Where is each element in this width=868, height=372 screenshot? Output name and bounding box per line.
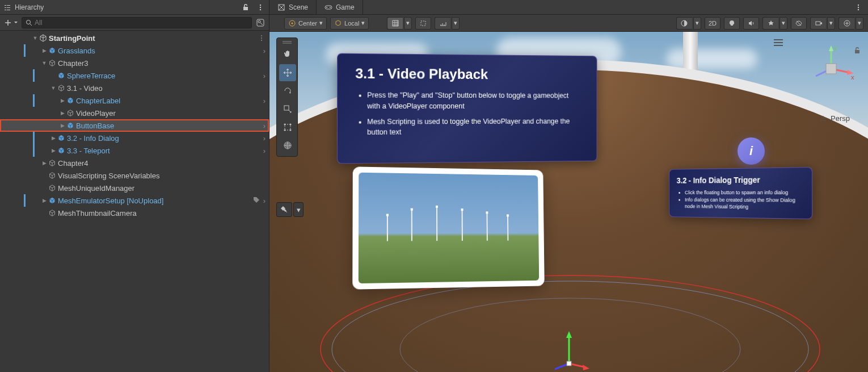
audio-toggle[interactable] <box>743 17 759 30</box>
custom-tool-dropdown[interactable]: ▾ <box>293 202 304 217</box>
tab-scene[interactable]: Scene <box>269 0 317 14</box>
panel-title: 3.2 - Info Dialog Trigger <box>677 175 804 185</box>
visibility-toggle[interactable] <box>791 17 807 30</box>
unity-scene-icon <box>39 34 48 43</box>
search-by-type-icon[interactable] <box>255 18 266 28</box>
expand-toggle[interactable]: ▶ <box>59 122 66 129</box>
prefab-icon <box>66 96 75 105</box>
svg-point-26 <box>284 124 286 126</box>
camera-button[interactable] <box>810 17 826 30</box>
expand-toggle[interactable]: ▶ <box>41 160 48 166</box>
svg-point-14 <box>858 6 859 7</box>
scale-tool[interactable] <box>279 101 296 118</box>
item-label: MeshThumbnailCamera <box>58 209 137 218</box>
svg-marker-41 <box>566 331 572 338</box>
chevron-right-icon[interactable]: › <box>263 47 266 55</box>
scene-viewport[interactable]: 3.1 - Video Playback Press the "Play" an… <box>269 32 868 372</box>
snap-settings-button[interactable] <box>435 17 450 30</box>
tab-game[interactable]: Game <box>317 0 363 14</box>
svg-point-13 <box>858 4 859 5</box>
svg-rect-39 <box>826 64 836 74</box>
prefab-icon <box>57 71 66 80</box>
scene-toolbar: Center ▾ Local ▾ ▾ ▾ ▾ 2D ▾ <box>269 15 868 32</box>
create-menu[interactable] <box>3 18 18 27</box>
pivot-toggle[interactable]: Center ▾ <box>284 17 327 30</box>
hierarchy-item-33teleport[interactable]: ▶ 3.3 - Teleport › <box>0 144 269 157</box>
svg-point-12 <box>330 7 331 8</box>
hierarchy-item-chapter4[interactable]: ▶ Chapter4 <box>0 157 269 169</box>
expand-toggle[interactable]: ▼ <box>41 60 48 66</box>
snap-settings-dropdown[interactable]: ▾ <box>452 17 460 30</box>
hierarchy-item-buttonbase[interactable]: ▶ ButtonBase › <box>0 119 269 132</box>
transform-tool[interactable] <box>279 137 296 154</box>
hierarchy-item-32infodialog[interactable]: ▶ 3.2 - Info Dialog › <box>0 132 269 144</box>
unlock-icon[interactable] <box>241 2 251 12</box>
chevron-right-icon[interactable]: › <box>263 147 266 155</box>
hierarchy-item-visualscripting[interactable]: ▶ VisualScripting SceneVariables <box>0 169 269 182</box>
hierarchy-item-meshuniqueid[interactable]: ▶ MeshUniqueIdManager <box>0 182 269 194</box>
hierarchy-item-31video[interactable]: ▼ 3.1 - Video <box>0 82 269 94</box>
search-input[interactable] <box>35 19 248 27</box>
draw-mode-dropdown[interactable]: ▾ <box>693 17 701 30</box>
hierarchy-item-sphereterrace[interactable]: ▶ SphereTerrace › <box>0 69 269 82</box>
move-tool[interactable] <box>279 64 296 81</box>
chevron-right-icon[interactable]: › <box>263 197 266 205</box>
hand-tool[interactable] <box>279 46 296 63</box>
prefab-icon <box>57 146 66 155</box>
expand-toggle[interactable]: ▼ <box>50 85 57 91</box>
gizmos-dropdown[interactable]: ▾ <box>856 17 863 30</box>
item-label: ChapterLabel <box>76 97 120 105</box>
kebab-menu-icon[interactable] <box>255 2 266 12</box>
scene-panel-info-dialog: 3.2 - Info Dialog Trigger Click the floa… <box>669 167 812 219</box>
rotate-tool[interactable] <box>279 82 296 99</box>
grid-snap-button[interactable] <box>387 17 403 30</box>
expand-toggle[interactable]: ▶ <box>41 47 48 54</box>
chevron-right-icon[interactable]: › <box>263 134 266 143</box>
item-label: VideoPlayer <box>76 109 116 118</box>
scene-row-startingpoint[interactable]: ▼ StartingPoint <box>0 32 269 44</box>
hierarchy-item-chapter3[interactable]: ▼ Chapter3 <box>0 57 269 69</box>
scene-info-button: i <box>738 137 765 165</box>
scene-tools <box>276 37 298 157</box>
move-gizmo[interactable] <box>546 327 592 372</box>
rect-tool[interactable] <box>279 119 296 136</box>
hierarchy-item-meshthumbnail[interactable]: ▶ MeshThumbnailCamera <box>0 207 269 219</box>
perspective-toggle[interactable]: Persp <box>819 114 850 123</box>
expand-toggle[interactable]: ▶ <box>41 197 48 204</box>
svg-point-1 <box>260 6 261 7</box>
expand-toggle[interactable]: ▶ <box>59 97 66 104</box>
expand-toggle[interactable]: ▼ <box>32 35 39 41</box>
expand-toggle[interactable]: ▶ <box>59 110 66 116</box>
chevron-right-icon[interactable]: › <box>263 122 266 130</box>
fx-toggle[interactable] <box>762 17 778 30</box>
camera-dropdown[interactable]: ▾ <box>827 17 835 30</box>
hierarchy-item-meshemulator[interactable]: ▶ MeshEmulatorSetup [NoUpload] › <box>0 194 269 207</box>
hierarchy-item-grasslands[interactable]: ▶ Grasslands › <box>0 44 269 57</box>
kebab-menu-icon[interactable] <box>258 34 266 42</box>
rotation-toggle[interactable]: Local ▾ <box>330 17 369 30</box>
hierarchy-icon <box>3 3 11 11</box>
panel-bullet: Mesh Scripting is used to toggle the Vid… <box>367 116 580 138</box>
orientation-gizmo[interactable]: y x <box>806 43 857 94</box>
kebab-menu-icon[interactable] <box>853 2 863 12</box>
expand-toggle[interactable]: ▶ <box>50 147 57 154</box>
expand-toggle[interactable]: ▶ <box>50 135 57 141</box>
chevron-right-icon[interactable]: › <box>263 97 266 105</box>
chevron-right-icon[interactable]: › <box>263 72 266 80</box>
lighting-toggle[interactable] <box>724 17 740 30</box>
hierarchy-item-chapterlabel[interactable]: ▶ ChapterLabel › <box>0 94 269 107</box>
gameobject-icon <box>66 108 75 118</box>
hierarchy-item-videoplayer[interactable]: ▶ VideoPlayer <box>0 107 269 119</box>
draw-mode-button[interactable] <box>676 17 692 30</box>
drag-handle-icon[interactable] <box>279 40 295 45</box>
grid-snap-dropdown[interactable]: ▾ <box>404 17 412 30</box>
toggle-2d-button[interactable]: 2D <box>705 17 720 30</box>
snap-increment-button[interactable] <box>415 17 431 30</box>
gizmo-lock-icon[interactable] <box>853 47 861 55</box>
item-label: SphereTerrace <box>67 72 115 80</box>
custom-tool-button[interactable] <box>276 202 292 217</box>
gizmos-button[interactable] <box>838 17 854 30</box>
fx-dropdown[interactable]: ▾ <box>779 17 787 30</box>
hierarchy-search[interactable] <box>22 17 252 28</box>
overlay-menu-icon[interactable] <box>773 39 784 47</box>
